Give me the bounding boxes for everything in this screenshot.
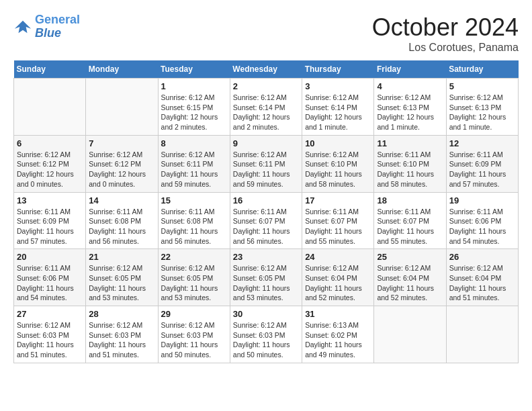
svg-marker-0 bbox=[15, 20, 31, 33]
day-info: Sunrise: 6:12 AM Sunset: 6:04 PM Dayligh… bbox=[305, 263, 371, 303]
calendar-day-cell: 11Sunrise: 6:11 AM Sunset: 6:10 PM Dayli… bbox=[374, 135, 446, 192]
calendar-day-cell: 3Sunrise: 6:12 AM Sunset: 6:14 PM Daylig… bbox=[302, 79, 374, 136]
weekday-header-row: SundayMondayTuesdayWednesdayThursdayFrid… bbox=[14, 60, 519, 79]
calendar-day-cell bbox=[374, 306, 446, 363]
day-number: 15 bbox=[161, 195, 227, 205]
day-info: Sunrise: 6:12 AM Sunset: 6:03 PM Dayligh… bbox=[17, 320, 83, 360]
day-number: 9 bbox=[233, 138, 299, 148]
day-info: Sunrise: 6:11 AM Sunset: 6:07 PM Dayligh… bbox=[305, 207, 371, 246]
calendar-day-cell: 4Sunrise: 6:12 AM Sunset: 6:13 PM Daylig… bbox=[374, 79, 446, 136]
calendar-day-cell: 13Sunrise: 6:11 AM Sunset: 6:09 PM Dayli… bbox=[14, 192, 86, 249]
day-number: 7 bbox=[89, 138, 154, 148]
day-number: 2 bbox=[233, 81, 299, 91]
month-title: October 2024 bbox=[372, 13, 519, 42]
calendar-day-cell: 2Sunrise: 6:12 AM Sunset: 6:14 PM Daylig… bbox=[230, 79, 302, 136]
calendar-table: SundayMondayTuesdayWednesdayThursdayFrid… bbox=[13, 60, 519, 363]
calendar-day-cell: 21Sunrise: 6:12 AM Sunset: 6:05 PM Dayli… bbox=[86, 249, 158, 306]
day-info: Sunrise: 6:12 AM Sunset: 6:13 PM Dayligh… bbox=[377, 93, 443, 132]
day-number: 22 bbox=[161, 252, 227, 262]
day-info: Sunrise: 6:12 AM Sunset: 6:04 PM Dayligh… bbox=[449, 263, 515, 303]
day-info: Sunrise: 6:12 AM Sunset: 6:14 PM Dayligh… bbox=[233, 93, 299, 132]
day-number: 21 bbox=[89, 252, 154, 262]
day-info: Sunrise: 6:11 AM Sunset: 6:07 PM Dayligh… bbox=[377, 207, 443, 246]
calendar-day-cell: 14Sunrise: 6:11 AM Sunset: 6:08 PM Dayli… bbox=[86, 192, 158, 249]
calendar-week-row: 13Sunrise: 6:11 AM Sunset: 6:09 PM Dayli… bbox=[14, 192, 519, 249]
day-info: Sunrise: 6:12 AM Sunset: 6:11 PM Dayligh… bbox=[233, 150, 299, 189]
day-number: 28 bbox=[89, 309, 154, 319]
day-number: 26 bbox=[449, 252, 515, 262]
day-info: Sunrise: 6:11 AM Sunset: 6:09 PM Dayligh… bbox=[449, 150, 515, 189]
day-number: 12 bbox=[449, 138, 515, 148]
day-number: 11 bbox=[377, 138, 443, 148]
logo: General Blue bbox=[13, 13, 80, 40]
day-info: Sunrise: 6:13 AM Sunset: 6:02 PM Dayligh… bbox=[305, 320, 371, 360]
day-number: 3 bbox=[305, 81, 371, 91]
calendar-day-cell: 20Sunrise: 6:11 AM Sunset: 6:06 PM Dayli… bbox=[14, 249, 86, 306]
day-number: 27 bbox=[17, 309, 83, 319]
calendar-week-row: 1Sunrise: 6:12 AM Sunset: 6:15 PM Daylig… bbox=[14, 79, 519, 136]
page-header: General Blue October 2024 Los Corotues, … bbox=[13, 13, 519, 54]
day-info: Sunrise: 6:11 AM Sunset: 6:10 PM Dayligh… bbox=[377, 150, 443, 189]
weekday-header-cell: Tuesday bbox=[158, 60, 230, 79]
calendar-week-row: 27Sunrise: 6:12 AM Sunset: 6:03 PM Dayli… bbox=[14, 306, 519, 363]
day-info: Sunrise: 6:12 AM Sunset: 6:12 PM Dayligh… bbox=[17, 150, 83, 189]
calendar-day-cell bbox=[14, 79, 86, 136]
title-block: October 2024 Los Corotues, Panama bbox=[372, 13, 519, 54]
day-number: 25 bbox=[377, 252, 443, 262]
day-number: 19 bbox=[449, 195, 515, 205]
day-number: 6 bbox=[17, 138, 83, 148]
day-number: 18 bbox=[377, 195, 443, 205]
day-number: 30 bbox=[233, 309, 299, 319]
calendar-day-cell: 29Sunrise: 6:12 AM Sunset: 6:03 PM Dayli… bbox=[158, 306, 230, 363]
day-info: Sunrise: 6:11 AM Sunset: 6:07 PM Dayligh… bbox=[233, 207, 299, 246]
day-info: Sunrise: 6:12 AM Sunset: 6:14 PM Dayligh… bbox=[305, 93, 371, 132]
location: Los Corotues, Panama bbox=[372, 42, 519, 54]
day-info: Sunrise: 6:12 AM Sunset: 6:03 PM Dayligh… bbox=[161, 320, 227, 360]
day-number: 16 bbox=[233, 195, 299, 205]
calendar-day-cell: 31Sunrise: 6:13 AM Sunset: 6:02 PM Dayli… bbox=[302, 306, 374, 363]
calendar-day-cell: 23Sunrise: 6:12 AM Sunset: 6:05 PM Dayli… bbox=[230, 249, 302, 306]
calendar-day-cell: 19Sunrise: 6:11 AM Sunset: 6:06 PM Dayli… bbox=[446, 192, 518, 249]
calendar-day-cell: 30Sunrise: 6:12 AM Sunset: 6:03 PM Dayli… bbox=[230, 306, 302, 363]
day-info: Sunrise: 6:12 AM Sunset: 6:03 PM Dayligh… bbox=[89, 320, 154, 360]
calendar-day-cell: 18Sunrise: 6:11 AM Sunset: 6:07 PM Dayli… bbox=[374, 192, 446, 249]
calendar-day-cell: 12Sunrise: 6:11 AM Sunset: 6:09 PM Dayli… bbox=[446, 135, 518, 192]
calendar-day-cell: 22Sunrise: 6:12 AM Sunset: 6:05 PM Dayli… bbox=[158, 249, 230, 306]
calendar-day-cell: 5Sunrise: 6:12 AM Sunset: 6:13 PM Daylig… bbox=[446, 79, 518, 136]
calendar-day-cell: 27Sunrise: 6:12 AM Sunset: 6:03 PM Dayli… bbox=[14, 306, 86, 363]
day-number: 23 bbox=[233, 252, 299, 262]
calendar-day-cell: 24Sunrise: 6:12 AM Sunset: 6:04 PM Dayli… bbox=[302, 249, 374, 306]
day-info: Sunrise: 6:11 AM Sunset: 6:06 PM Dayligh… bbox=[449, 207, 515, 246]
weekday-header-cell: Thursday bbox=[302, 60, 374, 79]
calendar-day-cell: 1Sunrise: 6:12 AM Sunset: 6:15 PM Daylig… bbox=[158, 79, 230, 136]
calendar-day-cell: 7Sunrise: 6:12 AM Sunset: 6:12 PM Daylig… bbox=[86, 135, 158, 192]
calendar-day-cell: 9Sunrise: 6:12 AM Sunset: 6:11 PM Daylig… bbox=[230, 135, 302, 192]
day-info: Sunrise: 6:12 AM Sunset: 6:15 PM Dayligh… bbox=[161, 93, 227, 132]
calendar-day-cell: 6Sunrise: 6:12 AM Sunset: 6:12 PM Daylig… bbox=[14, 135, 86, 192]
calendar-day-cell bbox=[446, 306, 518, 363]
calendar-day-cell: 10Sunrise: 6:12 AM Sunset: 6:10 PM Dayli… bbox=[302, 135, 374, 192]
calendar-day-cell bbox=[86, 79, 158, 136]
day-number: 1 bbox=[161, 81, 227, 91]
day-info: Sunrise: 6:12 AM Sunset: 6:11 PM Dayligh… bbox=[161, 150, 227, 189]
calendar-body: 1Sunrise: 6:12 AM Sunset: 6:15 PM Daylig… bbox=[14, 79, 519, 363]
weekday-header-cell: Friday bbox=[374, 60, 446, 79]
day-number: 13 bbox=[17, 195, 83, 205]
day-info: Sunrise: 6:11 AM Sunset: 6:08 PM Dayligh… bbox=[89, 207, 154, 246]
day-number: 5 bbox=[449, 81, 515, 91]
day-number: 20 bbox=[17, 252, 83, 262]
day-info: Sunrise: 6:12 AM Sunset: 6:13 PM Dayligh… bbox=[449, 93, 515, 132]
weekday-header-cell: Saturday bbox=[446, 60, 518, 79]
calendar-day-cell: 25Sunrise: 6:12 AM Sunset: 6:04 PM Dayli… bbox=[374, 249, 446, 306]
day-number: 10 bbox=[305, 138, 371, 148]
day-info: Sunrise: 6:11 AM Sunset: 6:08 PM Dayligh… bbox=[161, 207, 227, 246]
logo-text: General Blue bbox=[35, 13, 80, 40]
calendar-day-cell: 8Sunrise: 6:12 AM Sunset: 6:11 PM Daylig… bbox=[158, 135, 230, 192]
calendar-day-cell: 26Sunrise: 6:12 AM Sunset: 6:04 PM Dayli… bbox=[446, 249, 518, 306]
weekday-header-cell: Monday bbox=[86, 60, 158, 79]
calendar-day-cell: 28Sunrise: 6:12 AM Sunset: 6:03 PM Dayli… bbox=[86, 306, 158, 363]
day-number: 17 bbox=[305, 195, 371, 205]
weekday-header-cell: Wednesday bbox=[230, 60, 302, 79]
day-number: 8 bbox=[161, 138, 227, 148]
day-info: Sunrise: 6:12 AM Sunset: 6:03 PM Dayligh… bbox=[233, 320, 299, 360]
